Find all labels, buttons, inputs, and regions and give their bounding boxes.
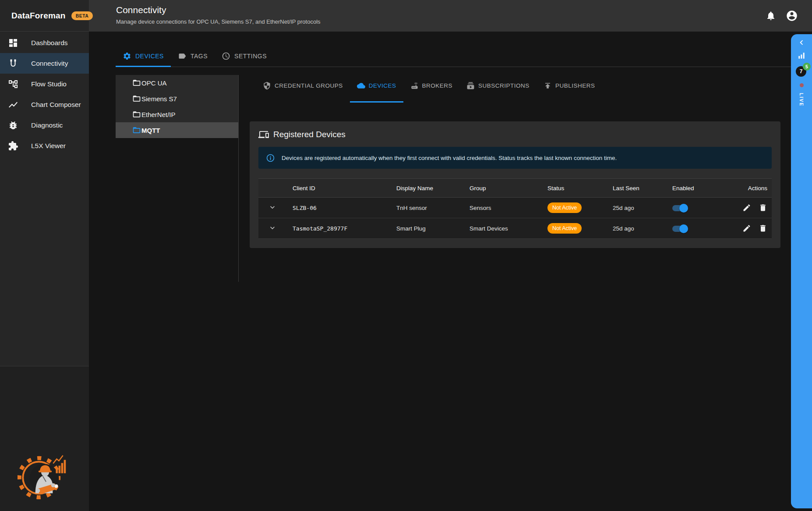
page-title: Connectivity [116, 5, 321, 15]
delete-button[interactable] [759, 203, 767, 212]
folder-icon [132, 110, 141, 119]
subtab-label: CREDENTIAL GROUPS [275, 82, 343, 89]
tab-label: TAGS [191, 53, 208, 60]
tab-label: DEVICES [135, 53, 164, 60]
sidebar-item-label: Connectivity [31, 60, 68, 67]
cable-icon [8, 58, 18, 69]
edit-button[interactable] [742, 224, 751, 233]
devices-icon-slot [258, 129, 269, 140]
subtab-devices[interactable]: DEVICES [350, 75, 403, 103]
cell-group: Smart Devices [462, 225, 540, 232]
header-actions [766, 0, 798, 32]
sidebar-item-flow-studio[interactable]: Flow Studio [0, 74, 89, 94]
column-header-last-seen: Last Seen [606, 185, 665, 192]
protocol-label: MQTT [141, 127, 160, 134]
protocol-item-opc-ua[interactable]: OPC UA [116, 75, 238, 91]
bug-icon [8, 120, 18, 131]
live-status-rail: 7 5 LIVE [791, 34, 812, 508]
tab-tags[interactable]: TAGS [171, 46, 215, 67]
info-icon-slot [266, 153, 275, 163]
column-header-enabled: Enabled [665, 185, 733, 192]
trash-icon [759, 203, 767, 212]
collapse-rail-button[interactable] [797, 38, 806, 47]
column-header-actions: Actions [733, 185, 772, 192]
protocol-item-siemens-s7[interactable]: Siemens S7 [116, 91, 238, 106]
subtab-label: SUBSCRIPTIONS [478, 82, 530, 89]
toggle-knob [679, 204, 688, 213]
activity-chart-button[interactable] [797, 51, 806, 62]
router-icon [410, 82, 419, 90]
cell-display-name: Smart Plug [389, 225, 462, 232]
info-message: Devices are registered automatically whe… [282, 155, 617, 161]
subtab-label: PUBLISHERS [555, 82, 595, 89]
device-row: SLZB-06 TnH sensor Sensors Not Active 25… [258, 198, 772, 218]
clock-icon [222, 52, 230, 60]
page-subtitle: Manage device connections for OPC UA, Si… [116, 18, 321, 25]
device-row: TasmotaSP_28977F Smart Plug Smart Device… [258, 218, 772, 239]
protocol-label: EtherNet/IP [141, 111, 176, 118]
sidebar-item-label: Diagnostic [31, 121, 63, 129]
column-header-display-name: Display Name [389, 185, 462, 192]
tab-devices[interactable]: DEVICES [116, 46, 171, 67]
notifications-button[interactable] [766, 11, 776, 21]
chart-icon [8, 99, 18, 110]
chevron-down-icon [268, 224, 277, 232]
cell-client-id: SLZB-06 [286, 205, 389, 211]
column-header-status: Status [540, 185, 606, 192]
cloud-icon [357, 82, 365, 90]
enabled-toggle[interactable] [672, 205, 687, 211]
bell-icon [766, 11, 776, 21]
column-header-client-id: Client ID [286, 185, 389, 192]
connection-counters: 7 5 [796, 66, 807, 78]
status-dot [800, 83, 804, 87]
protocol-label: OPC UA [141, 79, 167, 87]
pencil-icon [742, 203, 751, 212]
account-button[interactable] [786, 10, 798, 22]
delete-button[interactable] [759, 224, 767, 233]
account-icon [786, 10, 798, 22]
subtab-subscriptions[interactable]: SUBSCRIPTIONS [459, 75, 537, 103]
protocol-item-ethernet-ip[interactable]: EtherNet/IP [116, 106, 238, 122]
dataforeman-logo [18, 450, 71, 506]
expand-row-button[interactable] [268, 203, 277, 212]
main-content: DEVICES TAGS SETTINGS OPC UA Siemens S7 … [89, 32, 812, 511]
info-icon [266, 153, 275, 163]
sidebar-nav: Dashboards Connectivity Flow Studio Char… [0, 32, 89, 156]
chevron-left-icon [797, 38, 806, 47]
sidebar-item-dashboards[interactable]: Dashboards [0, 32, 89, 53]
card-title: Registered Devices [273, 130, 346, 139]
cell-display-name: TnH sensor [389, 205, 462, 211]
subtab-credential-groups[interactable]: CREDENTIAL GROUPS [256, 75, 350, 103]
pencil-icon [742, 224, 751, 233]
tag-icon [178, 52, 187, 60]
expand-row-button[interactable] [268, 224, 277, 232]
cell-client-id: TasmotaSP_28977F [286, 225, 389, 232]
registered-devices-card: Registered Devices Devices are registere… [250, 121, 780, 248]
subtab-bar: CREDENTIAL GROUPS DEVICES BROKERS SUBSCR… [256, 75, 780, 103]
card-title-row: Registered Devices [258, 129, 772, 140]
sidebar-item-l5x-viewer[interactable]: L5X Viewer [0, 135, 89, 156]
brand: DataForeman BETA [0, 0, 89, 32]
subtab-publishers[interactable]: PUBLISHERS [537, 75, 602, 103]
table-header-row: Client IDDisplay NameGroupStatusLast See… [258, 179, 772, 198]
trash-icon [759, 224, 767, 233]
toggle-knob [679, 224, 688, 233]
protocol-item-mqtt[interactable]: MQTT [116, 122, 238, 138]
sidebar-item-label: Chart Composer [31, 101, 81, 109]
sidebar-item-chart-composer[interactable]: Chart Composer [0, 94, 89, 115]
live-label: LIVE [799, 93, 804, 106]
enabled-toggle[interactable] [672, 226, 687, 232]
devices-icon [258, 129, 269, 140]
devices-table: Client IDDisplay NameGroupStatusLast See… [258, 178, 772, 239]
app-sidebar: DataForeman BETA Dashboards Connectivity… [0, 0, 89, 511]
bar-chart-icon [797, 51, 806, 60]
tab-settings[interactable]: SETTINGS [215, 46, 274, 67]
subtab-brokers[interactable]: BROKERS [403, 75, 460, 103]
status-badge: Not Active [547, 223, 582, 234]
sidebar-item-connectivity[interactable]: Connectivity [0, 53, 89, 74]
sidebar-item-diagnostic[interactable]: Diagnostic [0, 115, 89, 135]
chevron-down-icon [268, 203, 277, 212]
shield-icon [263, 82, 271, 90]
edit-button[interactable] [742, 203, 751, 212]
cell-last-seen: 25d ago [606, 205, 665, 211]
